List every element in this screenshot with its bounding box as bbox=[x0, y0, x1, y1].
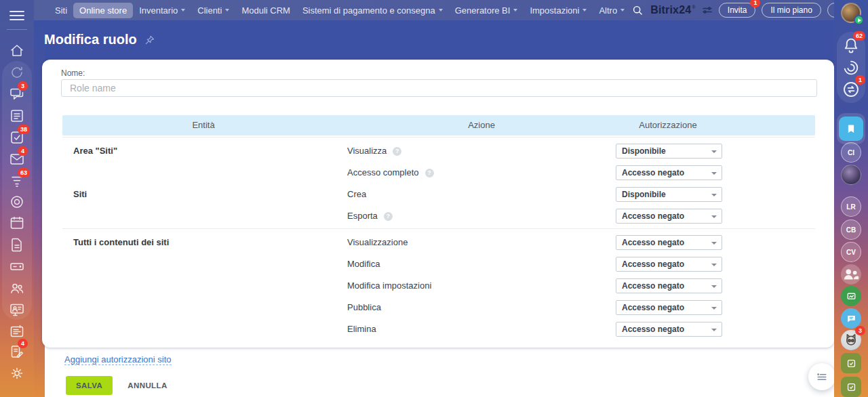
channel-green-icon[interactable] bbox=[841, 286, 861, 306]
entity-group-contenuti: Tutti i contenuti dei siti Visualizzazio… bbox=[62, 232, 815, 340]
nav-item-inventario[interactable]: Inventario bbox=[133, 3, 191, 18]
table-row: Pubblica Accesso negato bbox=[62, 297, 815, 318]
authorization-select[interactable]: Accesso negato bbox=[616, 257, 722, 272]
nav-item-online-store[interactable]: Online store bbox=[73, 3, 133, 18]
main-area: Siti Online store Inventario Clienti Mod… bbox=[34, 0, 834, 397]
group-chat-icon[interactable] bbox=[841, 264, 861, 285]
crm-badge: 63 bbox=[18, 168, 30, 177]
chat-history-badge: 1 bbox=[855, 75, 865, 85]
role-name-input[interactable] bbox=[61, 79, 817, 97]
action-label: Visualizza bbox=[347, 140, 387, 162]
table-row: Esporta? Accesso negato bbox=[62, 205, 815, 227]
nav-item-moduli-crm[interactable]: Moduli CRM bbox=[235, 3, 296, 18]
tariff-sliders-icon[interactable] bbox=[702, 5, 713, 16]
settings-gear-icon[interactable] bbox=[9, 365, 25, 381]
bitrix24-logo[interactable]: Bitrix24 ® bbox=[650, 4, 696, 16]
action-label: Crea bbox=[347, 184, 366, 205]
table-row: Elimina Accesso negato bbox=[62, 318, 815, 340]
drive-icon[interactable] bbox=[9, 258, 25, 274]
nav-item-clienti[interactable]: Clienti bbox=[191, 3, 235, 18]
notifications-bell-icon[interactable]: 62 bbox=[841, 35, 861, 56]
authorization-select[interactable]: Accesso negato bbox=[616, 300, 722, 315]
search-icon[interactable] bbox=[631, 3, 644, 17]
bookmark-active-item[interactable] bbox=[839, 117, 863, 141]
registered-mark: ® bbox=[692, 5, 695, 9]
schedule-icon[interactable] bbox=[9, 323, 25, 339]
add-site-permissions-link[interactable]: Aggiungi autorizzazioni sito bbox=[64, 354, 172, 365]
action-label: Visualizzazione bbox=[347, 232, 408, 253]
authorization-select[interactable]: Disponibile bbox=[616, 144, 722, 159]
home-icon[interactable] bbox=[9, 43, 25, 59]
authorization-select[interactable]: Accesso negato bbox=[616, 278, 722, 293]
help-icon[interactable]: ? bbox=[425, 169, 434, 177]
table-row: Modifica impostazioni Accesso negato bbox=[62, 275, 815, 297]
quick-list-fab-button[interactable] bbox=[808, 363, 835, 390]
feed-icon[interactable] bbox=[9, 108, 25, 124]
bitrix24-app: 3 38 4 63 4 bbox=[0, 0, 868, 397]
chevron-down-icon bbox=[513, 9, 517, 12]
sign-document-icon[interactable]: 4 bbox=[9, 343, 25, 360]
nav-item-pagamenti[interactable]: Sistemi di pagamento e consegna bbox=[296, 3, 449, 18]
action-label: Modifica impostazioni bbox=[347, 275, 431, 297]
help-icon[interactable]: ? bbox=[384, 212, 393, 221]
cat-bot-badge: 3 bbox=[855, 326, 865, 335]
authorization-select[interactable]: Accesso negato bbox=[616, 235, 722, 250]
tasks-icon[interactable]: 38 bbox=[9, 129, 25, 146]
chevron-down-icon bbox=[711, 307, 717, 310]
crm-funnel-icon[interactable]: 63 bbox=[9, 173, 25, 189]
documents-icon[interactable] bbox=[9, 236, 25, 253]
chevron-down-icon bbox=[583, 9, 587, 12]
messenger-badge: 3 bbox=[18, 81, 28, 91]
chat-avatar-ci[interactable]: CI bbox=[841, 142, 861, 163]
chevron-down-icon bbox=[711, 215, 717, 218]
messenger-icon[interactable]: 3 bbox=[9, 86, 25, 102]
chevron-down-icon bbox=[711, 264, 717, 266]
nav-item-siti[interactable]: Siti bbox=[49, 3, 73, 18]
chat-history-icon[interactable]: 1 bbox=[841, 79, 861, 100]
authorization-select[interactable]: Accesso negato bbox=[616, 209, 722, 224]
authorization-select[interactable]: Accesso negato bbox=[616, 322, 722, 337]
chevron-down-icon bbox=[439, 9, 443, 12]
pulse-icon[interactable] bbox=[9, 64, 25, 81]
top-navigation: Siti Online store Inventario Clienti Mod… bbox=[34, 0, 834, 20]
chat-avatar-photo[interactable] bbox=[841, 165, 861, 185]
table-row: Accesso completo? Accesso negato bbox=[62, 162, 815, 184]
notifications-badge: 62 bbox=[853, 31, 865, 41]
action-label: Esporta bbox=[347, 205, 378, 227]
chat-avatar-lr[interactable]: LR bbox=[841, 196, 861, 217]
name-label: Nome: bbox=[61, 68, 85, 78]
invite-badge: 1 bbox=[750, 0, 760, 7]
task-check-icon[interactable] bbox=[841, 377, 861, 397]
pin-icon[interactable] bbox=[144, 34, 156, 46]
cancel-button[interactable]: ANNULLA bbox=[123, 376, 171, 395]
table-row: Crea Disponibile bbox=[62, 184, 815, 205]
menu-hamburger-icon[interactable] bbox=[9, 8, 24, 20]
nav-item-altro[interactable]: Altro bbox=[593, 3, 631, 18]
authorization-select[interactable]: Accesso negato bbox=[616, 165, 722, 180]
video-conference-icon[interactable] bbox=[9, 301, 25, 318]
nav-item-generatore-bi[interactable]: Generatore BI bbox=[449, 3, 524, 18]
save-button[interactable]: SALVA bbox=[66, 376, 113, 395]
column-header-entity: Entità bbox=[192, 115, 214, 135]
nav-item-impostazioni[interactable]: Impostazioni bbox=[524, 3, 593, 18]
calendar-icon[interactable] bbox=[9, 215, 25, 231]
target-icon[interactable] bbox=[9, 194, 25, 210]
mail-icon[interactable]: 4 bbox=[9, 151, 25, 167]
invite-button[interactable]: Invita 1 bbox=[719, 3, 756, 18]
authorization-select[interactable]: Disponibile bbox=[616, 187, 722, 202]
chevron-down-icon bbox=[711, 194, 717, 196]
permissions-table-body: Area "Siti" Visualizza? Disponibile Acce… bbox=[62, 135, 815, 340]
task-check-icon[interactable] bbox=[841, 353, 861, 373]
tasks-badge: 38 bbox=[18, 125, 30, 134]
role-edit-card: Nome: Entità Azione Autorizzazione Area … bbox=[42, 60, 834, 348]
chat-avatar-cv[interactable]: CV bbox=[841, 242, 861, 262]
page-title-row: Modifica ruolo bbox=[44, 32, 156, 47]
chat-avatar-cb[interactable]: CB bbox=[841, 220, 861, 240]
chevron-down-icon bbox=[711, 150, 717, 153]
cat-bot-avatar[interactable]: 3 bbox=[841, 330, 861, 350]
employees-icon[interactable] bbox=[9, 280, 25, 296]
my-plan-button[interactable]: Il mio piano bbox=[762, 3, 821, 18]
help-icon[interactable]: ? bbox=[393, 147, 401, 156]
topbar-right-cluster: Bitrix24 ® Invita 1 Il mio piano Aiuto 2… bbox=[631, 3, 863, 18]
user-avatar[interactable] bbox=[841, 3, 861, 23]
